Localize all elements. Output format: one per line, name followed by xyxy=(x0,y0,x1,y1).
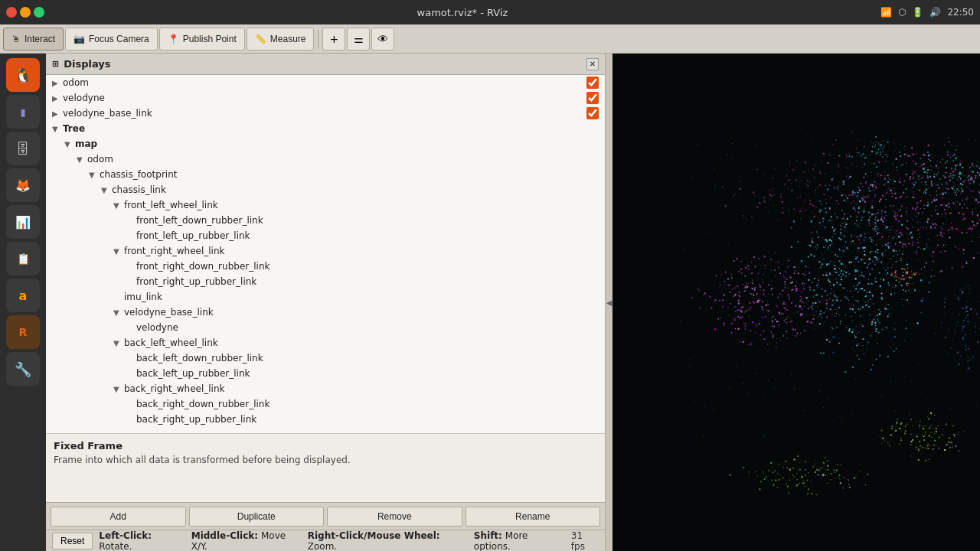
display-checkbox[interactable] xyxy=(586,107,599,119)
expand-icon: ▼ xyxy=(101,186,112,194)
titlebar: wamot.rviz* - RViz 📶 ⬡ 🔋 🔊 22:50 xyxy=(0,0,980,24)
rename-button[interactable]: Rename xyxy=(466,507,601,527)
publish-point-button[interactable]: 📍 Publish Point xyxy=(159,28,245,51)
displays-panel-icon: ⊞ xyxy=(52,59,59,69)
info-area: Fixed Frame Frame into which all data is… xyxy=(46,433,605,502)
volume-icon: 🔊 xyxy=(929,7,941,18)
middle-click-label: Middle-Click: Move X/Y. xyxy=(191,530,302,552)
tree-item[interactable]: front_right_down_rubber_link xyxy=(46,259,605,274)
left-panel: ⊞ Displays ✕ ▶odom▶velodyne▶velodyne_bas… xyxy=(46,54,605,551)
tree-item[interactable]: ▼velodyne_base_link xyxy=(46,305,605,320)
minimize-button[interactable] xyxy=(20,7,31,18)
displays-close-button[interactable]: ✕ xyxy=(586,58,599,70)
tree-item[interactable]: back_left_up_rubber_link xyxy=(46,366,605,381)
terminal-launcher-icon[interactable]: ▮ xyxy=(6,95,40,129)
focus-camera-button[interactable]: 📷 Focus Camera xyxy=(65,28,158,51)
tree-item[interactable]: ▼chassis_footprint xyxy=(46,167,605,182)
files-launcher-icon[interactable]: 🗄 xyxy=(6,132,40,165)
application-sidebar: 🐧 ▮ 🗄 🦊 📊 📋 a R 🔧 xyxy=(0,54,46,551)
expand-icon: ▼ xyxy=(113,201,124,210)
middle-click-key: Middle-Click: xyxy=(191,530,258,541)
close-button[interactable] xyxy=(6,7,17,18)
tree-label: map xyxy=(75,139,602,149)
tree-label: front_right_up_rubber_link xyxy=(136,276,602,287)
3d-viewport[interactable] xyxy=(612,54,980,551)
right-click-value: Zoom. xyxy=(308,541,337,552)
display-checkbox[interactable] xyxy=(586,92,599,104)
ubuntu-launcher-icon[interactable]: 🐧 xyxy=(6,58,40,92)
tree-item[interactable]: front_left_up_rubber_link xyxy=(46,228,605,243)
expand-icon: ▶ xyxy=(52,79,63,87)
interact-icon: 🖱 xyxy=(11,34,21,44)
expand-icon: ▶ xyxy=(52,94,63,103)
reset-button[interactable]: Reset xyxy=(52,533,93,549)
maximize-button[interactable] xyxy=(34,7,44,18)
clock: 22:50 xyxy=(947,7,974,18)
interact-button[interactable]: 🖱 Interact xyxy=(3,28,64,51)
spreadsheet-launcher-icon[interactable]: 📊 xyxy=(6,205,40,239)
add-button[interactable]: Add xyxy=(51,507,186,527)
expand-icon: ▼ xyxy=(89,171,100,179)
tree-item[interactable]: ▼map xyxy=(46,136,605,152)
tree-item[interactable]: back_right_up_rubber_link xyxy=(46,412,605,427)
wifi-icon: 📶 xyxy=(880,7,892,18)
fps-counter: 31 fps xyxy=(571,530,599,552)
left-click-label: Left-Click: Rotate. xyxy=(99,530,185,552)
duplicate-button[interactable]: Duplicate xyxy=(189,507,325,527)
focus-camera-icon: 📷 xyxy=(74,34,85,44)
tree-item[interactable]: ▶velodyne xyxy=(46,90,605,106)
tree-label: back_right_up_rubber_link xyxy=(136,414,602,425)
tree-label: odom xyxy=(63,77,586,88)
add-tool-button[interactable]: + xyxy=(322,28,345,51)
amazon-launcher-icon[interactable]: a xyxy=(6,279,40,312)
tree-label: front_left_down_rubber_link xyxy=(136,215,602,226)
expand-icon: ▼ xyxy=(52,125,63,133)
firefox-launcher-icon[interactable]: 🦊 xyxy=(6,168,40,202)
tree-label: front_left_up_rubber_link xyxy=(136,230,602,241)
displays-tree[interactable]: ▶odom▶velodyne▶velodyne_base_link▼Tree▼m… xyxy=(46,75,605,433)
tree-item[interactable]: back_left_down_rubber_link xyxy=(46,350,605,366)
view-options-button[interactable]: ⚌ xyxy=(347,28,370,51)
tools-launcher-icon[interactable]: 🔧 xyxy=(6,352,40,386)
display-checkbox[interactable] xyxy=(586,77,599,89)
tree-item[interactable]: ▼front_right_wheel_link xyxy=(46,243,605,259)
rviz-launcher-icon[interactable]: R xyxy=(6,315,40,349)
tree-item[interactable]: back_right_down_rubber_link xyxy=(46,396,605,412)
tree-item[interactable]: ▶velodyne_base_link xyxy=(46,106,605,121)
tree-label: velodyne_base_link xyxy=(63,108,586,119)
window-controls xyxy=(6,7,44,18)
toolbar-separator-1 xyxy=(318,30,318,48)
publish-point-icon: 📍 xyxy=(168,34,179,44)
tree-label: back_left_down_rubber_link xyxy=(136,353,602,364)
tree-item[interactable]: ▼chassis_link xyxy=(46,182,605,197)
remove-button[interactable]: Remove xyxy=(327,507,462,527)
tree-item[interactable]: ▼Tree xyxy=(46,121,605,136)
presentation-launcher-icon[interactable]: 📋 xyxy=(6,242,40,276)
bluetooth-icon: ⬡ xyxy=(898,7,906,18)
tree-item[interactable]: ▼front_left_wheel_link xyxy=(46,197,605,213)
tree-item[interactable]: front_left_down_rubber_link xyxy=(46,213,605,228)
shift-key: Shift: xyxy=(474,530,502,541)
info-description: Frame into which all data is transformed… xyxy=(54,455,597,465)
measure-button[interactable]: 📏 Measure xyxy=(247,28,315,51)
system-tray: 📶 ⬡ 🔋 🔊 22:50 xyxy=(880,7,974,18)
info-title: Fixed Frame xyxy=(54,440,597,452)
expand-icon: ▼ xyxy=(77,155,87,164)
tree-label: chassis_link xyxy=(112,184,602,195)
tree-item[interactable]: ▼back_left_wheel_link xyxy=(46,335,605,350)
expand-icon: ▼ xyxy=(113,247,124,256)
tree-label: chassis_footprint xyxy=(100,169,602,180)
tree-item[interactable]: front_right_up_rubber_link xyxy=(46,274,605,289)
tree-item[interactable]: ▶odom xyxy=(46,75,605,90)
panel-collapse-handle[interactable]: ◀ xyxy=(605,54,612,551)
extra-button[interactable]: 👁 xyxy=(371,28,394,51)
bottom-action-buttons: Add Duplicate Remove Rename xyxy=(46,502,605,530)
tree-item[interactable]: ▼odom xyxy=(46,152,605,167)
expand-icon: ▼ xyxy=(113,385,124,393)
tree-item[interactable]: ▼back_right_wheel_link xyxy=(46,381,605,396)
tree-label: velodyne_base_link xyxy=(124,307,602,318)
tree-label: front_right_down_rubber_link xyxy=(136,261,602,272)
tree-item[interactable]: imu_link xyxy=(46,289,605,305)
tree-item[interactable]: velodyne xyxy=(46,320,605,335)
expand-icon: ▼ xyxy=(113,339,124,347)
